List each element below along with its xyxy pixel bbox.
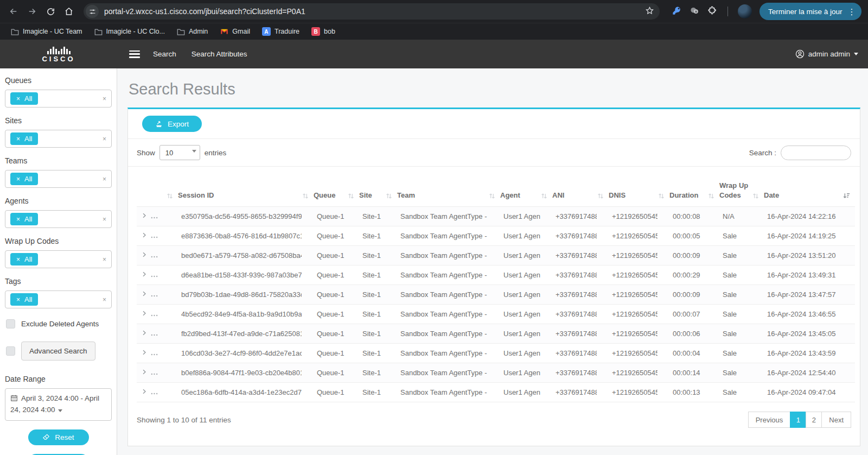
forward-icon[interactable] — [24, 3, 40, 20]
header-agent[interactable]: Agent — [488, 167, 540, 207]
profile-avatar[interactable] — [738, 4, 752, 18]
header-duration[interactable]: Duration — [658, 167, 707, 207]
table-row[interactable]: e8873636-0ba8-4576-816d-41b9807c15f3Queu… — [137, 226, 855, 246]
bookmark-traduire[interactable]: A Traduire — [258, 26, 304, 37]
sort-desc-active-icon[interactable] — [843, 192, 851, 200]
row-actions-icon[interactable] — [151, 353, 158, 356]
chevron-right-icon[interactable] — [141, 290, 148, 297]
expand-cell[interactable] — [137, 383, 150, 402]
extensions-puzzle-icon[interactable] — [707, 5, 718, 18]
expand-cell[interactable] — [137, 363, 150, 383]
expand-cell[interactable] — [137, 226, 150, 246]
header-team[interactable]: Team — [385, 167, 488, 207]
clear-filter-icon[interactable]: × — [103, 216, 106, 223]
sort-icon[interactable] — [302, 192, 309, 200]
expand-cell[interactable] — [137, 266, 150, 285]
chevron-right-icon[interactable] — [141, 369, 148, 375]
actions-cell[interactable] — [150, 285, 166, 305]
actions-cell[interactable] — [150, 363, 166, 383]
table-row[interactable]: e350795a-dc56-4955-8655-b329994f9c5aQueu… — [137, 207, 855, 226]
nav-search[interactable]: Search — [153, 50, 176, 58]
next-page-button[interactable]: Next — [821, 412, 851, 428]
actions-cell[interactable] — [150, 344, 166, 363]
user-menu[interactable]: admin admin — [795, 49, 858, 59]
clear-filter-icon[interactable]: × — [103, 296, 106, 304]
page-button-1[interactable]: 1 — [790, 412, 806, 428]
filter-select-queues[interactable]: ×All× — [5, 90, 112, 108]
chevron-right-icon[interactable] — [141, 330, 148, 336]
bookmark-bob[interactable]: B bob — [307, 26, 340, 37]
header-ani[interactable]: ANI — [540, 167, 597, 207]
url-text[interactable]: portal-v2.wxcc-us1.cisco.com/jbui/search… — [104, 7, 645, 16]
chevron-right-icon[interactable] — [141, 212, 148, 219]
table-row[interactable]: d6ea81be-d158-433f-939c-987a03be7b14Queu… — [137, 266, 855, 285]
header-dnis[interactable]: DNIS — [597, 167, 658, 207]
chevron-right-icon[interactable] — [141, 232, 148, 238]
table-row[interactable]: 106cd03d-3e27-4cf9-86f0-4dd2e7e1aca5Queu… — [137, 344, 855, 363]
table-row[interactable]: 05ec186a-6dfb-414a-a3d4-1e23ec2d794dQueu… — [137, 383, 855, 402]
bookmark-gmail[interactable]: Gmail — [215, 26, 254, 37]
header-date[interactable]: Date — [752, 167, 855, 207]
bookmark-imagicle-uc-team[interactable]: Imagicle - UC Team — [7, 26, 87, 37]
actions-cell[interactable] — [150, 324, 166, 344]
row-actions-icon[interactable] — [151, 334, 158, 336]
actions-cell[interactable] — [150, 305, 166, 324]
row-actions-icon[interactable] — [151, 295, 158, 297]
filter-select-teams[interactable]: ×All× — [5, 170, 112, 188]
filter-select-agents[interactable]: ×All× — [5, 210, 112, 228]
sort-icon[interactable] — [707, 192, 715, 200]
password-key-icon[interactable] — [672, 5, 682, 18]
table-row[interactable]: b0ef886a-9084-47f1-9e03-cb20e4b8018cQueu… — [137, 363, 855, 383]
remove-tag-icon[interactable]: × — [16, 296, 20, 303]
sort-icon[interactable] — [385, 192, 393, 200]
header-site[interactable]: Site — [347, 167, 385, 207]
header-queue[interactable]: Queue — [302, 167, 347, 207]
row-actions-icon[interactable] — [151, 236, 158, 238]
clear-filter-icon[interactable]: × — [103, 175, 106, 183]
remove-tag-icon[interactable]: × — [16, 176, 20, 182]
actions-cell[interactable] — [150, 226, 166, 246]
sort-icon[interactable] — [540, 192, 548, 200]
table-row[interactable]: fb2d9bed-413f-47ed-a9de-c71a62508182Queu… — [137, 324, 855, 344]
bookmark-admin[interactable]: Admin — [173, 26, 212, 37]
row-actions-icon[interactable] — [151, 393, 158, 395]
advanced-search-checkbox[interactable] — [6, 346, 15, 356]
remove-tag-icon[interactable]: × — [16, 136, 20, 142]
clear-filter-icon[interactable]: × — [103, 95, 106, 103]
header-session-id[interactable]: Session ID — [166, 167, 302, 207]
bookmark-star-icon[interactable] — [645, 6, 654, 17]
previous-page-button[interactable]: Previous — [748, 412, 791, 428]
sort-icon[interactable] — [347, 192, 355, 200]
home-icon[interactable] — [61, 3, 77, 20]
remove-tag-icon[interactable]: × — [16, 96, 20, 102]
sort-icon[interactable] — [658, 192, 665, 200]
filter-select-wrap-up-codes[interactable]: ×All× — [5, 250, 112, 268]
menu-hamburger-icon[interactable] — [129, 50, 140, 58]
chevron-right-icon[interactable] — [141, 388, 148, 395]
page-size-select[interactable]: 10 — [159, 145, 200, 160]
chrome-menu-icon[interactable]: ⋮ — [848, 8, 856, 16]
row-actions-icon[interactable] — [151, 217, 158, 219]
chevron-right-icon[interactable] — [141, 251, 148, 258]
filter-select-sites[interactable]: ×All× — [5, 130, 112, 148]
sort-icon[interactable] — [166, 192, 174, 200]
extension-generic-icon[interactable] — [690, 5, 700, 18]
date-range-picker[interactable]: April 3, 2024 4:00 - April 24, 2024 4:00 — [5, 388, 112, 421]
table-search-input[interactable] — [781, 146, 851, 160]
chevron-right-icon[interactable] — [141, 349, 148, 356]
chevron-right-icon[interactable] — [141, 310, 148, 317]
table-row[interactable]: bed0e671-a579-4758-a082-d67508ba4e02Queu… — [137, 246, 855, 266]
back-icon[interactable] — [5, 3, 22, 20]
reload-icon[interactable] — [42, 3, 59, 20]
clear-filter-icon[interactable]: × — [103, 135, 106, 143]
sort-icon[interactable] — [597, 192, 604, 200]
actions-cell[interactable] — [150, 383, 166, 402]
actions-cell[interactable] — [150, 266, 166, 285]
site-settings-icon[interactable] — [86, 5, 99, 18]
chrome-update-button[interactable]: Terminer la mise à jour ⋮ — [760, 3, 861, 20]
exclude-deleted-agents-checkbox[interactable] — [6, 319, 15, 328]
table-row[interactable]: bd79b03b-1dae-49d8-86d1-75820a33c3a2Queu… — [137, 285, 855, 305]
remove-tag-icon[interactable]: × — [16, 216, 20, 223]
export-button[interactable]: Export — [142, 116, 202, 132]
row-actions-icon[interactable] — [151, 314, 158, 317]
